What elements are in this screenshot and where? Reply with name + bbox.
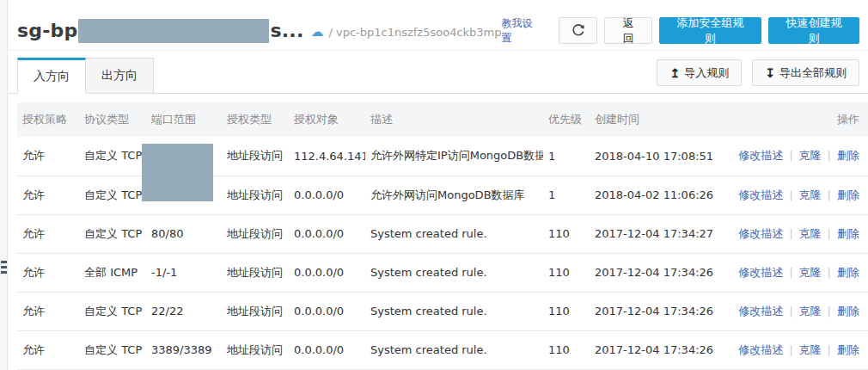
action-separator: | — [789, 266, 792, 279]
action-clone[interactable]: 克隆 — [799, 266, 822, 279]
cell-created: 2018-04-02 11:06:26 — [590, 176, 718, 214]
action-clone[interactable]: 克隆 — [799, 188, 822, 201]
cell-port: 22/22 — [146, 292, 222, 330]
cell-created: 2018-04-10 17:08:51 — [590, 137, 718, 176]
refresh-button[interactable] — [559, 17, 597, 44]
action-delete[interactable]: 删除 — [837, 343, 859, 356]
action-delete[interactable]: 删除 — [837, 227, 859, 240]
quick-create-rule-button[interactable]: 快速创建规则 — [768, 17, 859, 44]
cell-auth-type: 地址段访问 — [222, 292, 289, 330]
export-rules-label: 导出全部规则 — [779, 65, 847, 81]
cell-auth-type: 地址段访问 — [222, 330, 289, 369]
col-header-protocol: 协议类型 — [79, 102, 146, 137]
action-delete[interactable]: 删除 — [837, 305, 859, 318]
main-content: sg-bp s... ☁ / vpc-bp1c1nszfz5soo4ckb3mp… — [9, 0, 868, 370]
col-header-created: 创建时间 — [590, 102, 718, 137]
back-button[interactable]: 返回 — [604, 17, 651, 44]
cell-auth-type: 地址段访问 — [222, 176, 289, 214]
cell-protocol: 自定义 TCP — [79, 176, 146, 214]
cell-auth-type: 地址段访问 — [222, 214, 289, 253]
action-modify-description[interactable]: 修改描述 — [738, 305, 783, 318]
cloud-icon: ☁ — [310, 24, 323, 40]
table-row: 允许 自定义 TCP 80/80 地址段访问 0.0.0.0/0 System … — [17, 214, 868, 253]
breadcrumb: sg-bp s... ☁ / vpc-bp1c1nszfz5soo4ckb3mp — [17, 19, 502, 43]
col-header-description: 描述 — [365, 102, 543, 137]
refresh-icon — [572, 24, 584, 37]
export-all-rules-button[interactable]: ↧ 导出全部规则 — [752, 59, 859, 86]
cell-priority: 110 — [543, 214, 590, 253]
cell-actions: 修改描述|克隆|删除 — [718, 253, 868, 292]
cell-created: 2017-12-04 17:34:26 — [590, 292, 718, 330]
cell-protocol: 全部 ICMP — [79, 253, 146, 292]
action-separator: | — [828, 149, 831, 162]
cell-protocol: 自定义 TCP — [79, 330, 146, 369]
cell-actions: 修改描述|克隆|删除 — [718, 292, 868, 330]
action-modify-description[interactable]: 修改描述 — [738, 188, 783, 201]
action-separator: | — [828, 266, 831, 279]
tab-inbound[interactable]: 入方向 — [17, 58, 86, 94]
cell-priority: 110 — [543, 292, 590, 330]
add-security-group-rule-button[interactable]: 添加安全组规则 — [659, 17, 761, 44]
cell-priority: 110 — [543, 253, 590, 292]
action-modify-description[interactable]: 修改描述 — [738, 149, 783, 162]
action-separator: | — [789, 343, 792, 356]
cell-created: 2017-12-04 17:34:26 — [590, 330, 718, 369]
cell-port: 80/80 — [146, 214, 222, 253]
action-modify-description[interactable]: 修改描述 — [738, 343, 783, 356]
rule-io-actions: ↥ 导入规则 ↧ 导出全部规则 — [657, 59, 859, 86]
cell-auth-object: 0.0.0.0/0 — [289, 176, 365, 214]
collapsed-sidebar-rail[interactable] — [0, 0, 8, 370]
cell-description: System created rule. — [365, 253, 543, 292]
action-separator: | — [828, 305, 831, 318]
import-rules-button[interactable]: ↥ 导入规则 — [657, 59, 742, 86]
download-icon: ↧ — [765, 66, 775, 80]
tab-outbound[interactable]: 出方向 — [86, 58, 154, 94]
page-title-prefix: sg-bp — [17, 20, 77, 41]
import-rules-label: 导入规则 — [684, 65, 729, 81]
cell-auth-object: 0.0.0.0/0 — [289, 214, 365, 253]
action-delete[interactable]: 删除 — [837, 266, 859, 279]
cell-priority: 1 — [543, 176, 590, 214]
header-actions: 教我设置 返回 添加安全组规则 快速创建规则 — [502, 16, 859, 46]
col-header-priority: 优先级 — [543, 102, 590, 137]
header-divider — [9, 50, 868, 51]
cell-protocol: 自定义 TCP — [79, 292, 146, 330]
action-delete[interactable]: 删除 — [837, 149, 859, 162]
col-header-policy: 授权策略 — [17, 102, 79, 137]
cell-policy: 允许 — [17, 176, 79, 214]
help-setup-link[interactable]: 教我设置 — [502, 16, 542, 46]
cell-priority: 1 — [543, 137, 590, 176]
action-clone[interactable]: 克隆 — [799, 149, 822, 162]
action-modify-description[interactable]: 修改描述 — [738, 266, 783, 279]
cell-description: System created rule. — [365, 292, 543, 330]
page-header: sg-bp s... ☁ / vpc-bp1c1nszfz5soo4ckb3mp… — [9, 0, 868, 50]
sidebar-drag-handle-icon[interactable] — [1, 261, 7, 276]
cell-created: 2017-12-04 17:34:26 — [590, 253, 718, 292]
cell-policy: 允许 — [17, 253, 79, 292]
rules-table-wrap: 授权策略 协议类型 端口范围 授权类型 授权对象 描述 优先级 创建时间 操作 … — [17, 102, 859, 370]
action-clone[interactable]: 克隆 — [799, 343, 822, 356]
table-row: 允许 全部 ICMP -1/-1 地址段访问 0.0.0.0/0 System … — [17, 253, 868, 292]
action-delete[interactable]: 删除 — [837, 188, 859, 201]
action-modify-description[interactable]: 修改描述 — [738, 227, 783, 240]
redacted-security-group-name — [78, 19, 269, 43]
action-separator: | — [828, 227, 831, 240]
action-clone[interactable]: 克隆 — [799, 227, 822, 240]
col-header-port-range: 端口范围 — [146, 102, 222, 137]
cell-created: 2017-12-04 17:34:27 — [590, 214, 718, 253]
cell-priority: 110 — [543, 330, 590, 369]
action-separator: | — [828, 188, 831, 201]
cell-description: 允许外网特定IP访问MongoDB数据库 — [365, 137, 543, 176]
vpc-breadcrumb[interactable]: / vpc-bp1c1nszfz5soo4ckb3mp — [328, 26, 501, 39]
cell-auth-object: 0.0.0.0/0 — [289, 292, 365, 330]
action-separator: | — [828, 343, 831, 356]
cell-description: 允许外网访问MongoDB数据库 — [365, 176, 543, 214]
redacted-port-range-block — [142, 144, 213, 201]
action-clone[interactable]: 克隆 — [799, 305, 822, 318]
cell-policy: 允许 — [17, 137, 79, 176]
table-row: 允许 自定义 TCP 22/22 地址段访问 0.0.0.0/0 System … — [17, 292, 868, 330]
tab-inbound-label: 入方向 — [34, 69, 70, 84]
cell-protocol: 自定义 TCP — [79, 214, 146, 253]
action-separator: | — [789, 149, 792, 162]
col-header-auth-object: 授权对象 — [289, 102, 365, 137]
